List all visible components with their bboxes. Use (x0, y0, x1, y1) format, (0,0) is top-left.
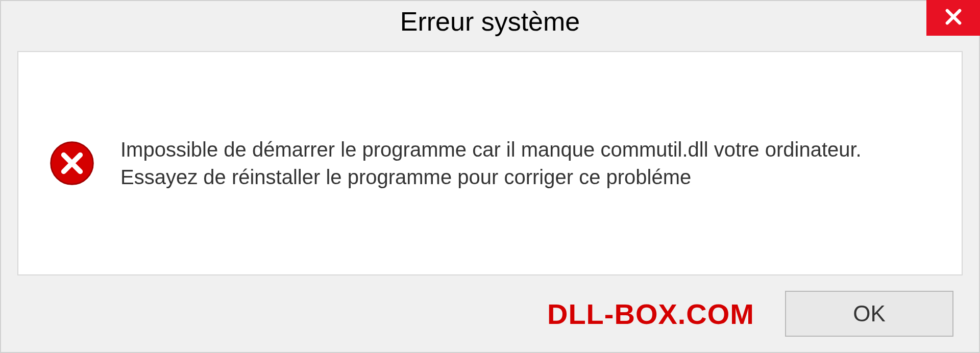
dialog-title: Erreur système (400, 6, 580, 37)
ok-button-label: OK (853, 301, 886, 326)
error-icon (49, 140, 95, 186)
close-icon (943, 6, 964, 30)
titlebar: Erreur système (1, 1, 979, 42)
content-area: Impossible de démarrer le programme car … (17, 51, 963, 275)
close-button[interactable] (926, 0, 980, 36)
ok-button[interactable]: OK (785, 291, 953, 337)
error-dialog: Erreur système Impossible de démarrer le… (0, 0, 980, 353)
brand-text: DLL-BOX.COM (547, 297, 754, 331)
footer: DLL-BOX.COM OK (1, 275, 979, 352)
error-message: Impossible de démarrer le programme car … (120, 136, 931, 191)
